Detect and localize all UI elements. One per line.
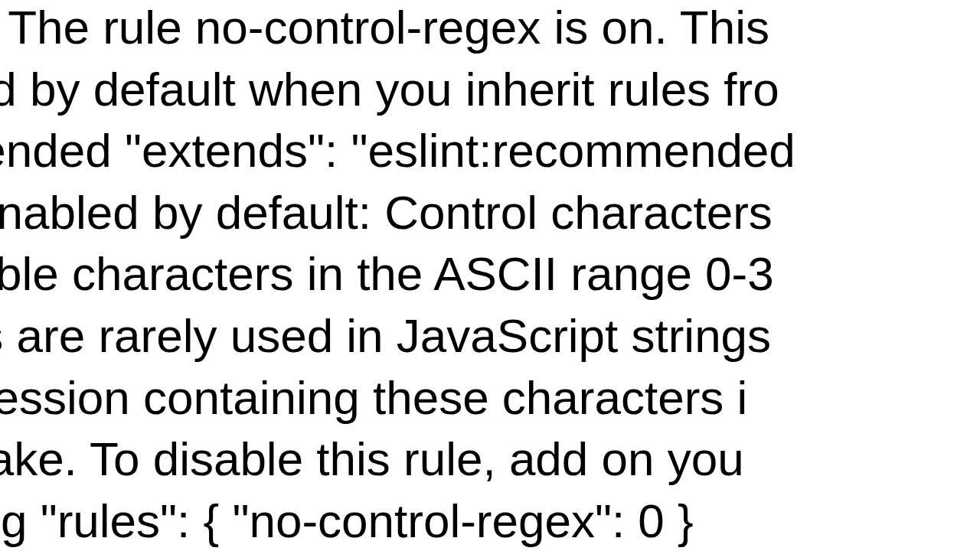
text-line: mistake. To disable this rule, add on yo… [0,429,795,491]
text-line: config "rules": { "no-control-regex": 0 … [0,491,795,551]
text-line: er 1: The rule no-control-regex is on. T… [0,0,795,59]
document-text: er 1: The rule no-control-regex is on. T… [0,0,795,551]
text-line: expression containing these characters i [0,367,795,429]
text-line: it's enabled by default: Control charact… [0,182,795,244]
text-line: cters are rarely used in JavaScript stri… [0,305,795,367]
text-line: nvisible characters in the ASCII range 0… [0,243,795,305]
text-line: mmended "extends": "eslint:recommended [0,120,795,182]
text-line: abled by default when you inherit rules … [0,59,795,121]
